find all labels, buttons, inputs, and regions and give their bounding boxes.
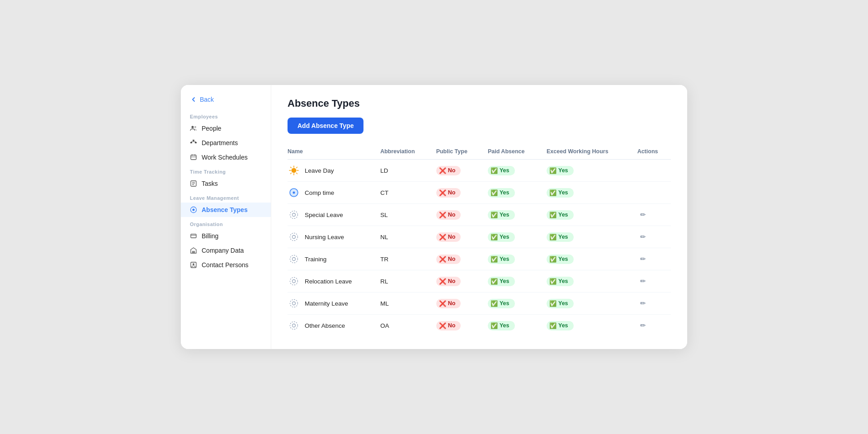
billing-icon	[190, 232, 197, 240]
status-badge-yes: ✅Yes	[547, 255, 574, 264]
row-public-type: ❌No	[432, 204, 483, 226]
row-name-cell: Other Absence	[288, 319, 371, 332]
sidebar-item-company-data[interactable]: Company Data	[181, 243, 271, 258]
edit-button[interactable]: ✏	[637, 254, 649, 264]
row-actions: ✏	[633, 292, 671, 315]
row-exceed-working-hours: ✅Yes	[542, 226, 633, 248]
svg-point-24	[293, 192, 295, 194]
svg-line-22	[291, 173, 292, 174]
table-row: Nursing Leave NL ❌No ✅Yes ✅Yes ✏	[288, 226, 671, 248]
svg-line-20	[297, 173, 297, 174]
absence-types-table: Name Abbreviation Public Type Paid Absen…	[288, 145, 671, 336]
status-badge-yes: ✅Yes	[547, 188, 574, 198]
sidebar-item-departments-label: Departments	[202, 139, 238, 146]
sidebar-item-people[interactable]: People	[181, 121, 271, 136]
row-paid-absence: ✅Yes	[483, 270, 542, 292]
edit-button[interactable]: ✏	[637, 232, 649, 242]
row-name-label: Leave Day	[305, 167, 334, 174]
absence-types-icon	[190, 206, 197, 213]
row-exceed-working-hours: ✅Yes	[542, 292, 633, 315]
row-type-icon	[288, 297, 300, 310]
sidebar-item-contact-persons[interactable]: Contact Persons	[181, 258, 271, 272]
sidebar-item-work-schedules[interactable]: Work Schedules	[181, 150, 271, 165]
row-public-type: ❌No	[432, 292, 483, 315]
row-paid-absence: ✅Yes	[483, 160, 542, 182]
row-abbr: LD	[376, 160, 432, 182]
row-actions: ✏	[633, 270, 671, 292]
svg-point-30	[292, 258, 296, 261]
status-badge-no: ❌No	[436, 166, 461, 175]
row-public-type: ❌No	[432, 226, 483, 248]
row-type-icon	[288, 275, 300, 288]
row-exceed-working-hours: ✅Yes	[542, 182, 633, 204]
svg-point-8	[193, 209, 195, 211]
edit-button[interactable]: ✏	[637, 210, 649, 220]
status-badge-no: ❌No	[436, 299, 461, 308]
edit-button[interactable]: ✏	[637, 298, 649, 308]
sidebar-item-tasks[interactable]: Tasks	[181, 176, 271, 191]
status-badge-no: ❌No	[436, 210, 461, 220]
row-paid-absence: ✅Yes	[483, 204, 542, 226]
svg-line-19	[291, 167, 292, 168]
work-schedules-icon	[190, 154, 197, 161]
table-row: Maternity Leave ML ❌No ✅Yes ✅Yes ✏	[288, 292, 671, 315]
status-badge-no: ❌No	[436, 277, 461, 286]
row-name-cell: Special Leave	[288, 208, 371, 221]
table-row: Special Leave SL ❌No ✅Yes ✅Yes ✏	[288, 204, 671, 226]
status-badge-yes: ✅Yes	[547, 210, 574, 220]
row-name-cell: Nursing Leave	[288, 231, 371, 243]
row-paid-absence: ✅Yes	[483, 226, 542, 248]
back-button[interactable]: Back	[181, 94, 271, 109]
row-exceed-working-hours: ✅Yes	[542, 204, 633, 226]
edit-button[interactable]: ✏	[637, 321, 649, 330]
row-actions: ✏	[633, 315, 671, 337]
row-abbr: TR	[376, 248, 432, 270]
status-badge-yes: ✅Yes	[488, 321, 515, 330]
svg-line-21	[297, 167, 297, 168]
departments-icon	[190, 139, 197, 146]
svg-point-14	[292, 168, 296, 173]
svg-rect-10	[193, 251, 193, 253]
row-name-label: Training	[305, 256, 326, 263]
svg-point-32	[292, 280, 296, 283]
status-badge-no: ❌No	[436, 188, 461, 198]
table-row: Comp time CT ❌No ✅Yes ✅Yes	[288, 182, 671, 204]
row-type-icon	[288, 319, 300, 332]
row-type-icon	[288, 186, 300, 199]
svg-rect-2	[193, 140, 194, 141]
row-exceed-working-hours: ✅Yes	[542, 270, 633, 292]
status-badge-yes: ✅Yes	[547, 299, 574, 308]
table-row: Relocation Leave RL ❌No ✅Yes ✅Yes ✏	[288, 270, 671, 292]
status-badge-yes: ✅Yes	[547, 166, 574, 175]
svg-point-0	[192, 126, 194, 128]
row-actions: ✏	[633, 204, 671, 226]
svg-rect-5	[191, 155, 196, 160]
row-name-cell: Leave Day	[288, 164, 371, 177]
chevron-left-icon	[190, 96, 197, 103]
row-abbr: CT	[376, 182, 432, 204]
row-public-type: ❌No	[432, 315, 483, 337]
status-badge-yes: ✅Yes	[488, 255, 515, 264]
row-name-cell: Comp time	[288, 186, 371, 199]
svg-point-36	[292, 324, 296, 327]
company-data-icon	[190, 247, 197, 254]
status-badge-yes: ✅Yes	[547, 321, 574, 330]
row-paid-absence: ✅Yes	[483, 182, 542, 204]
svg-point-26	[292, 213, 296, 217]
status-badge-yes: ✅Yes	[488, 277, 515, 286]
sidebar-item-absence-types[interactable]: Absence Types	[181, 203, 271, 217]
sidebar-item-billing[interactable]: Billing	[181, 229, 271, 243]
tasks-icon	[190, 180, 197, 187]
add-absence-type-button[interactable]: Add Absence Type	[288, 118, 363, 134]
edit-button[interactable]: ✏	[637, 276, 649, 286]
sidebar-item-absence-types-label: Absence Types	[202, 206, 248, 213]
row-abbr: ML	[376, 292, 432, 315]
status-badge-no: ❌No	[436, 321, 461, 330]
col-header-actions: Actions	[633, 145, 671, 160]
svg-point-29	[290, 233, 298, 241]
row-paid-absence: ✅Yes	[483, 292, 542, 315]
sidebar-item-departments[interactable]: Departments	[181, 136, 271, 150]
row-name-cell: Maternity Leave	[288, 297, 371, 310]
col-header-exceed-working-hours: Exceed Working Hours	[542, 145, 633, 160]
row-abbr: RL	[376, 270, 432, 292]
